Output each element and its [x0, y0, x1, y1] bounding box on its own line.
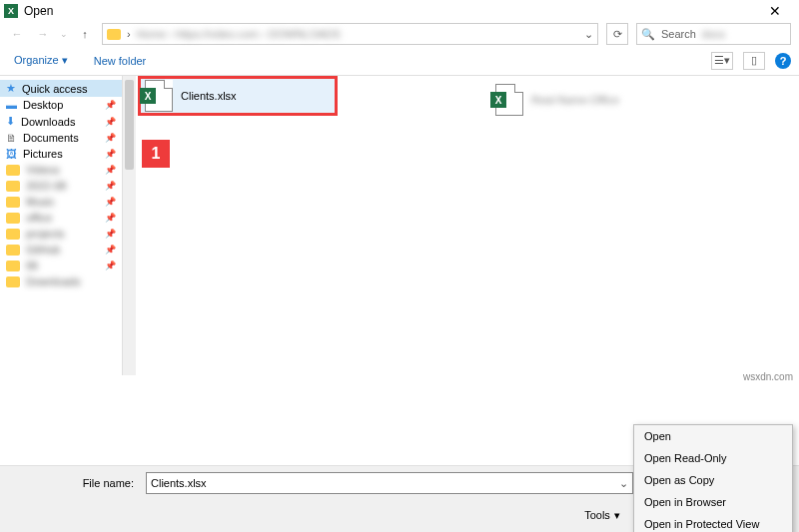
pin-icon: 📌: [105, 133, 116, 143]
help-button[interactable]: ?: [775, 53, 791, 69]
address-dropdown-icon[interactable]: ⌄: [584, 28, 593, 41]
organize-menu[interactable]: Organize ▾: [8, 50, 74, 71]
history-dropdown-icon[interactable]: ⌄: [60, 29, 68, 39]
refresh-button[interactable]: ⟳: [606, 23, 628, 45]
pin-icon: 📌: [105, 117, 116, 127]
pin-icon: 📌: [105, 213, 116, 223]
sidebar-item-folder[interactable]: Downloads: [0, 273, 122, 289]
pictures-icon: 🖼: [6, 148, 17, 160]
sidebar-item-folder[interactable]: 06📌: [0, 258, 122, 273]
filename-input[interactable]: Clients.xlsx ⌄: [146, 472, 633, 494]
folder-icon: [6, 197, 20, 208]
address-path: Home › https://video.com › DOWNLOADS: [137, 28, 341, 40]
dd-open-protected[interactable]: Open in Protected View: [634, 513, 792, 532]
sidebar-item-label: Documents: [23, 132, 79, 144]
filename-dropdown-icon[interactable]: ⌄: [619, 477, 628, 490]
file-pane: X Clients.xlsx X Real-Name-Office: [136, 76, 799, 375]
sidebar-item-folder[interactable]: 2022-08📌: [0, 178, 122, 194]
sidebar-item-folder[interactable]: GitHub📌: [0, 242, 122, 258]
pin-icon: 📌: [105, 229, 116, 239]
folder-icon: [107, 29, 121, 40]
pin-icon: 📌: [105, 245, 116, 255]
folder-icon: [6, 276, 20, 287]
file-item-other[interactable]: X Real-Name-Office: [491, 80, 691, 120]
dd-open-copy[interactable]: Open as Copy: [634, 469, 792, 491]
watermark: wsxdn.com: [743, 371, 797, 382]
search-placeholder: Search: [661, 28, 696, 40]
dd-open-browser[interactable]: Open in Browser: [634, 491, 792, 513]
window-title: Open: [24, 4, 755, 18]
folder-icon: [6, 213, 20, 224]
file-label: Real-Name-Office: [531, 94, 619, 106]
open-dropdown-menu: Open Open Read-Only Open as Copy Open in…: [633, 424, 793, 532]
folder-icon: [6, 229, 20, 240]
folder-icon: [6, 261, 20, 271]
pin-icon: 📌: [105, 149, 116, 159]
excel-file-icon: X: [145, 80, 173, 112]
dd-open-readonly[interactable]: Open Read-Only: [634, 447, 792, 469]
documents-icon: 🗎: [6, 132, 17, 144]
chevron-down-icon: ▾: [614, 509, 620, 522]
sidebar-item-pictures[interactable]: 🖼 Pictures 📌: [0, 146, 122, 162]
sidebar-item-downloads[interactable]: ⬇ Downloads 📌: [0, 113, 122, 130]
address-bar[interactable]: › Home › https://video.com › DOWNLOADS ⌄: [102, 23, 598, 45]
downloads-icon: ⬇: [6, 115, 15, 128]
folder-icon: [6, 165, 20, 176]
back-button[interactable]: ←: [8, 25, 26, 43]
sidebar-item-documents[interactable]: 🗎 Documents 📌: [0, 130, 122, 146]
sidebar-item-folder[interactable]: office📌: [0, 210, 122, 226]
sidebar-scrollbar[interactable]: [122, 76, 136, 375]
pin-icon: 📌: [105, 197, 116, 207]
pin-icon: 📌: [105, 261, 116, 270]
sidebar-item-folder[interactable]: Videos📌: [0, 162, 122, 178]
file-item-clients[interactable]: X Clients.xlsx: [138, 76, 338, 116]
search-icon: 🔍: [641, 28, 655, 41]
sidebar-item-label: Downloads: [21, 116, 75, 128]
app-icon: X: [4, 4, 18, 18]
excel-file-icon: X: [495, 84, 523, 116]
filename-label: File name:: [10, 477, 140, 489]
tools-menu[interactable]: Tools ▾: [584, 509, 620, 522]
dd-open[interactable]: Open: [634, 425, 792, 447]
sidebar-item-quick-access[interactable]: ★ Quick access: [0, 80, 122, 97]
breadcrumb-chevron: ›: [127, 28, 131, 40]
sidebar-item-label: Quick access: [22, 83, 87, 95]
sidebar-item-label: Pictures: [23, 148, 63, 160]
preview-pane-button[interactable]: ▯: [743, 52, 765, 70]
desktop-icon: ▬: [6, 99, 17, 111]
new-folder-button[interactable]: New folder: [88, 51, 153, 71]
filename-value: Clients.xlsx: [151, 477, 207, 489]
star-icon: ★: [6, 82, 16, 95]
up-button[interactable]: ↑: [76, 25, 94, 43]
pin-icon: 📌: [105, 165, 116, 175]
close-icon[interactable]: ✕: [755, 3, 795, 19]
file-label: Clients.xlsx: [181, 90, 237, 102]
forward-button[interactable]: →: [34, 25, 52, 43]
sidebar-item-folder[interactable]: Music📌: [0, 194, 122, 210]
pin-icon: 📌: [105, 181, 116, 191]
annotation-badge-1: 1: [142, 140, 170, 168]
sidebar-item-desktop[interactable]: ▬ Desktop 📌: [0, 97, 122, 113]
search-input[interactable]: 🔍 Search docs: [636, 23, 791, 45]
folder-icon: [6, 181, 20, 192]
pin-icon: 📌: [105, 100, 116, 110]
folder-icon: [6, 245, 20, 256]
sidebar-item-label: Desktop: [23, 99, 63, 111]
navigation-sidebar: ★ Quick access ▬ Desktop 📌 ⬇ Downloads 📌…: [0, 76, 122, 375]
view-options-button[interactable]: ☰▾: [711, 52, 733, 70]
sidebar-item-folder[interactable]: projects📌: [0, 226, 122, 242]
scrollbar-thumb[interactable]: [125, 80, 134, 170]
